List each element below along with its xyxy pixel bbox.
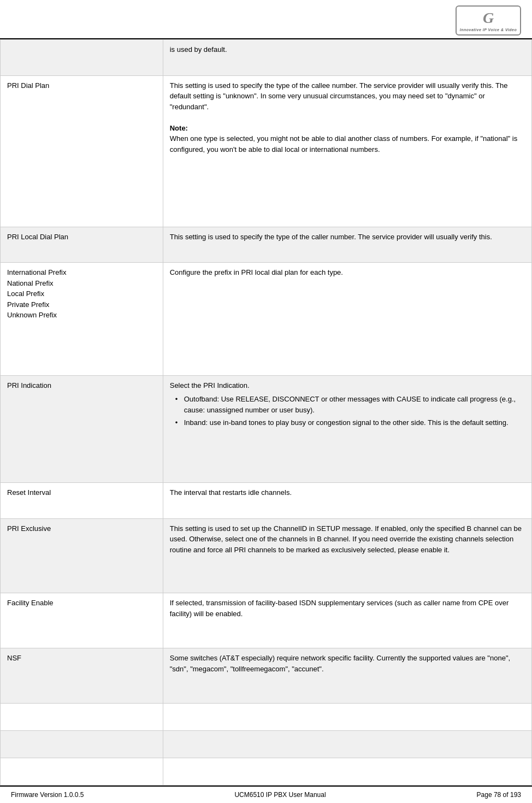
pri-indication-desc: Select the PRI Indication. Outofband: Us… [163, 375, 531, 482]
table-row-spacer [1, 758, 532, 786]
reset-interval-desc: The interval that restarts idle channels… [163, 483, 531, 519]
table-row-spacer [1, 704, 532, 731]
list-item: Inband: use in-band tones to play busy o… [175, 417, 525, 428]
spacer-cell [163, 731, 531, 758]
spacer-cell [1, 704, 163, 731]
pri-indication-intro: Select the PRI Indication. [170, 381, 250, 389]
footer-right: Page 78 of 193 [477, 791, 521, 799]
prefix-desc: Configure the prefix in PRI local dial p… [163, 263, 531, 375]
pri-exclusive-label: PRI Exclusive [1, 518, 163, 593]
logo-letter: G [483, 9, 494, 27]
pri-exclusive-desc: This setting is used to set up the Chann… [163, 518, 531, 593]
page-header: G Innovative IP Voice & Video [0, 0, 532, 39]
international-prefix-label: International Prefix [7, 268, 66, 276]
nsf-desc: Some switches (AT&T especially) require … [163, 648, 531, 704]
grandstream-logo: G Innovative IP Voice & Video [456, 5, 521, 36]
pri-local-dial-plan-label: PRI Local Dial Plan [1, 227, 163, 263]
pri-dial-plan-note-body: When one type is selected, you might not… [170, 134, 517, 153]
table-row: PRI Exclusive This setting is used to se… [1, 518, 532, 593]
footer-center: UCM6510 IP PBX User Manual [234, 791, 326, 799]
unknown-prefix-label: Unknown Prefix [7, 311, 57, 319]
table-row: PRI Dial Plan This setting is used to sp… [1, 75, 532, 227]
private-prefix-label: Private Prefix [7, 300, 49, 309]
spacer-cell [1, 731, 163, 758]
facility-enable-desc: If selected, transmission of facility-ba… [163, 593, 531, 648]
table-row: International Prefix National Prefix Loc… [1, 263, 532, 375]
reset-interval-label: Reset Interval [1, 483, 163, 519]
local-prefix-label: Local Prefix [7, 290, 44, 298]
first-row-text: is used by default. [170, 45, 227, 54]
pri-dial-plan-main-text: This setting is used to specify the type… [170, 81, 508, 111]
spacer-cell [163, 704, 531, 731]
table-row: is used by default. [1, 40, 532, 76]
table-row: PRI Indication Select the PRI Indication… [1, 375, 532, 482]
pri-dial-plan-desc: This setting is used to specify the type… [163, 75, 531, 227]
table-row: PRI Local Dial Plan This setting is used… [1, 227, 532, 263]
logo-tagline: Innovative IP Voice & Video [460, 28, 517, 32]
nsf-label: NSF [1, 648, 163, 704]
footer-left: Firmware Version 1.0.0.5 [11, 791, 84, 799]
spacer-cell [163, 758, 531, 786]
pri-indication-label: PRI Indication [1, 375, 163, 482]
pri-dial-plan-note-label: Note: [170, 124, 188, 132]
prefix-label-cell: International Prefix National Prefix Loc… [1, 263, 163, 375]
facility-enable-label: Facility Enable [1, 593, 163, 648]
label-cell-first [1, 40, 163, 76]
list-item: Outofband: Use RELEASE, DISCONNECT or ot… [175, 394, 525, 415]
logo-area: G Innovative IP Voice & Video [456, 5, 521, 36]
pri-local-dial-plan-desc: This setting is used to specify the type… [163, 227, 531, 263]
table-row: NSF Some switches (AT&T especially) requ… [1, 648, 532, 704]
page-wrapper: G Innovative IP Voice & Video is used by… [0, 0, 532, 803]
pri-dial-plan-label: PRI Dial Plan [1, 75, 163, 227]
content-table: is used by default. PRI Dial Plan This s… [0, 39, 532, 786]
desc-cell-first: is used by default. [163, 40, 531, 76]
page-footer: Firmware Version 1.0.0.5 UCM6510 IP PBX … [0, 786, 532, 803]
table-row-spacer [1, 731, 532, 758]
pri-indication-bullets: Outofband: Use RELEASE, DISCONNECT or ot… [175, 394, 525, 428]
table-row: Facility Enable If selected, transmissio… [1, 593, 532, 648]
spacer-cell [1, 758, 163, 786]
table-row: Reset Interval The interval that restart… [1, 483, 532, 519]
national-prefix-label: National Prefix [7, 279, 54, 287]
